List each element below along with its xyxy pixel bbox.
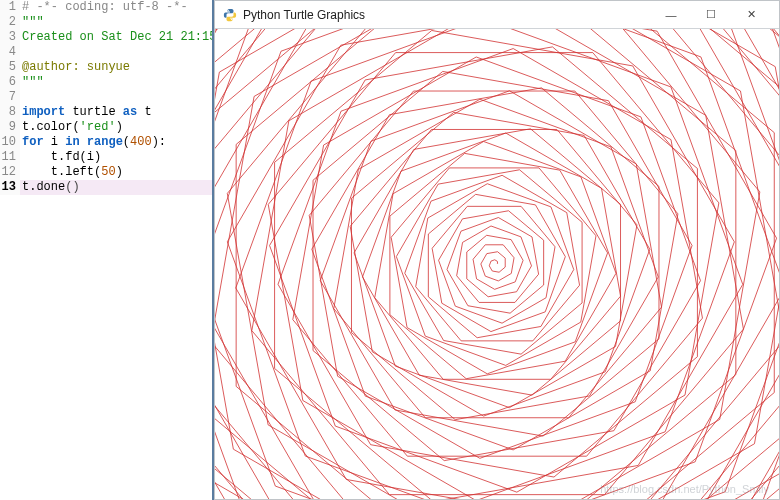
code-line[interactable]: 2""" — [0, 15, 212, 30]
code-line[interactable]: 9t.color('red') — [0, 120, 212, 135]
svg-point-1 — [231, 18, 232, 19]
line-number: 13 — [0, 180, 20, 195]
code-text: # -*- coding: utf-8 -*- — [20, 0, 188, 15]
code-line[interactable]: 8import turtle as t — [0, 105, 212, 120]
line-number: 3 — [0, 30, 20, 45]
code-line[interactable]: 5@author: sunyue — [0, 60, 212, 75]
code-text: t.color('red') — [20, 120, 123, 135]
code-text: @author: sunyue — [20, 60, 130, 75]
line-number: 12 — [0, 165, 20, 180]
code-text: t.done() — [20, 180, 80, 195]
code-line[interactable]: 6""" — [0, 75, 212, 90]
line-number: 2 — [0, 15, 20, 30]
line-number: 8 — [0, 105, 20, 120]
minimize-button[interactable]: — — [651, 1, 691, 29]
code-line[interactable]: 4 — [0, 45, 212, 60]
line-number: 1 — [0, 0, 20, 15]
code-text — [20, 90, 22, 105]
line-number: 10 — [0, 135, 20, 150]
code-text: import turtle as t — [20, 105, 152, 120]
code-text — [20, 45, 22, 60]
code-line[interactable]: 1# -*- coding: utf-8 -*- — [0, 0, 212, 15]
turtle-canvas — [215, 29, 779, 499]
code-text: for i in range(400): — [20, 135, 166, 150]
code-line[interactable]: 12 t.left(50) — [0, 165, 212, 180]
code-line[interactable]: 10for i in range(400): — [0, 135, 212, 150]
line-number: 9 — [0, 120, 20, 135]
code-text: t.left(50) — [20, 165, 123, 180]
turtle-canvas-wrap: https://blog.csdn.net/Python_Smily — [215, 29, 779, 499]
line-number: 11 — [0, 150, 20, 165]
code-line[interactable]: 3Created on Sat Dec 21 21:15:42 2019 — [0, 30, 212, 45]
line-number: 4 — [0, 45, 20, 60]
code-text: """ — [20, 15, 44, 30]
svg-point-0 — [228, 10, 229, 11]
python-icon — [223, 8, 237, 22]
line-number: 7 — [0, 90, 20, 105]
close-button[interactable]: ✕ — [731, 1, 771, 29]
code-line[interactable]: 7 — [0, 90, 212, 105]
code-text: Created on Sat Dec 21 21:15:42 2019 — [20, 30, 214, 45]
titlebar[interactable]: Python Turtle Graphics — ☐ ✕ — [215, 1, 779, 29]
maximize-button[interactable]: ☐ — [691, 1, 731, 29]
code-text: t.fd(i) — [20, 150, 101, 165]
code-line[interactable]: 13t.done() — [0, 180, 212, 195]
spiral-path — [215, 29, 779, 499]
line-number: 6 — [0, 75, 20, 90]
code-line[interactable]: 11 t.fd(i) — [0, 150, 212, 165]
line-number: 5 — [0, 60, 20, 75]
window-title: Python Turtle Graphics — [243, 8, 365, 22]
code-editor[interactable]: 1# -*- coding: utf-8 -*-2"""3Created on … — [0, 0, 214, 500]
turtle-window: Python Turtle Graphics — ☐ ✕ https://blo… — [214, 0, 780, 500]
code-text: """ — [20, 75, 44, 90]
